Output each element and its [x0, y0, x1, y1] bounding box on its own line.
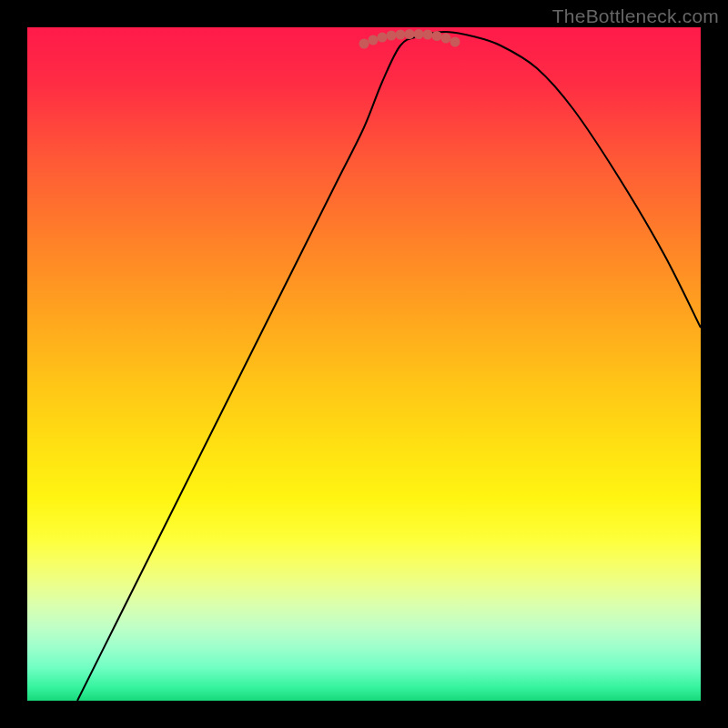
trough-dot: [387, 31, 397, 41]
v-curve-line: [77, 32, 701, 701]
trough-dot: [396, 30, 406, 40]
trough-dot: [432, 31, 442, 41]
trough-dot: [359, 39, 369, 49]
watermark-text: TheBottleneck.com: [552, 5, 719, 27]
trough-dot: [441, 34, 451, 44]
trough-dot: [405, 29, 415, 39]
trough-dot: [369, 35, 379, 46]
chart-frame: [27, 27, 701, 701]
trough-dot: [378, 33, 388, 43]
trough-dot: [450, 37, 460, 47]
trough-dot: [423, 30, 433, 40]
curve-svg: [27, 27, 701, 701]
trough-dot: [414, 29, 424, 39]
